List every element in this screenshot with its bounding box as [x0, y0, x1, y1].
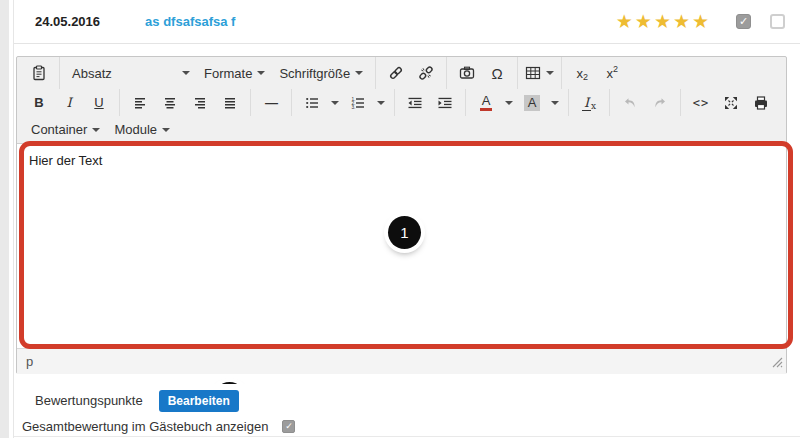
module-dropdown-label: Module	[114, 122, 157, 137]
group-undo-redo	[610, 89, 681, 116]
entry-title-link[interactable]: as dfsafsafsa f	[145, 14, 235, 29]
group-script: x2 x2	[562, 57, 632, 89]
align-left-icon	[132, 95, 148, 111]
paragraph-dropdown-label: Absatz	[72, 66, 112, 81]
chevron-down-icon	[551, 101, 559, 105]
resize-handle[interactable]	[772, 356, 783, 371]
print-icon	[753, 95, 769, 111]
align-left-button[interactable]	[125, 91, 155, 115]
paste-button[interactable]	[24, 61, 54, 85]
formats-dropdown[interactable]: Formate	[197, 61, 272, 85]
guestbook-display-row: Gesamtbewertung im Gästebuch anzeigen ✓	[14, 417, 800, 437]
fullscreen-button[interactable]	[716, 91, 746, 115]
entry-header-row: 24.05.2016 as dfsafsafsa f ★★★★★ ✓	[14, 0, 800, 44]
fontsize-dropdown[interactable]: Schriftgröße	[272, 61, 370, 85]
text-color-caret[interactable]	[501, 91, 517, 115]
table-button[interactable]	[523, 61, 556, 85]
rating-points-label: Bewertungspunkte	[35, 393, 143, 408]
superscript-button[interactable]: x2	[597, 61, 627, 85]
bold-button[interactable]: B	[24, 91, 54, 115]
numbered-list-caret[interactable]	[373, 91, 389, 115]
underline-button[interactable]: U	[84, 91, 114, 115]
toolbar-row-1: Absatz Formate Schriftgröße	[17, 57, 786, 89]
edit-rating-button[interactable]: Bearbeiten	[159, 390, 239, 412]
group-links	[376, 57, 447, 89]
module-dropdown[interactable]: Module	[107, 118, 177, 142]
entry-date: 24.05.2016	[35, 14, 100, 29]
numbered-list-button[interactable]: 1.2.3.	[343, 91, 373, 115]
guestbook-display-label: Gesamtbewertung im Gästebuch anzeigen	[22, 419, 268, 434]
indent-icon	[437, 95, 453, 111]
table-icon	[525, 65, 541, 81]
horizontal-rule-button[interactable]: —	[256, 91, 286, 115]
undo-icon	[622, 95, 638, 111]
undo-button[interactable]	[615, 91, 645, 115]
italic-button[interactable]: I	[54, 91, 84, 115]
bullet-list-button[interactable]	[297, 91, 327, 115]
chevron-down-icon	[182, 71, 190, 75]
align-right-icon	[192, 95, 208, 111]
align-right-button[interactable]	[185, 91, 215, 115]
group-align	[120, 89, 251, 116]
panel-divider	[13, 0, 14, 438]
camera-icon	[459, 65, 475, 81]
background-color-icon: A	[524, 95, 541, 111]
remove-link-button[interactable]	[411, 61, 441, 85]
subscript-button[interactable]: x2	[567, 61, 597, 85]
group-basic-format: B I U	[19, 89, 120, 116]
paragraph-dropdown[interactable]: Absatz	[65, 61, 197, 85]
insert-link-button[interactable]	[381, 61, 411, 85]
bullet-list-caret[interactable]	[327, 91, 343, 115]
omega-icon: Ω	[492, 65, 503, 82]
editor-content-text: Hier der Text	[29, 153, 102, 168]
chevron-down-icon	[377, 101, 385, 105]
toolbar-row-3: Container Module	[17, 116, 786, 143]
editor-status-bar: p	[17, 348, 786, 374]
group-paste	[19, 57, 60, 89]
chevron-down-icon	[162, 128, 170, 132]
clear-formatting-button[interactable]: Ix	[574, 91, 604, 115]
align-center-icon	[162, 95, 178, 111]
group-custom-dropdowns: Container Module	[19, 116, 182, 143]
numbered-list-icon: 1.2.3.	[350, 95, 366, 111]
chevron-down-icon	[355, 71, 363, 75]
group-colors: A A	[466, 89, 569, 116]
fullscreen-icon	[723, 95, 739, 111]
step-badge-1: 1	[388, 216, 421, 249]
secondary-checkbox[interactable]	[770, 14, 785, 29]
group-view: <>	[681, 89, 781, 116]
print-button[interactable]	[746, 91, 776, 115]
redo-button[interactable]	[645, 91, 675, 115]
subscript-icon-small: 2	[583, 72, 588, 82]
element-path: p	[26, 354, 33, 369]
formats-dropdown-label: Formate	[204, 66, 252, 81]
align-center-button[interactable]	[155, 91, 185, 115]
group-lists: 1.2.3.	[292, 89, 395, 116]
container-dropdown[interactable]: Container	[24, 118, 107, 142]
superscript-icon-small: 2	[613, 64, 618, 74]
visible-checkbox[interactable]: ✓	[736, 14, 751, 29]
group-clearformat: Ix	[569, 89, 610, 116]
insert-image-button[interactable]	[452, 61, 482, 85]
outdent-button[interactable]	[400, 91, 430, 115]
toolbar-row-2: B I U — 1.2.3. A A	[17, 89, 786, 116]
chevron-down-icon	[546, 71, 554, 75]
svg-text:3.: 3.	[351, 104, 355, 109]
text-color-icon: A	[480, 94, 493, 111]
clear-formatting-icon: I	[582, 95, 591, 111]
source-code-button[interactable]: <>	[686, 91, 716, 115]
group-format-dropdowns: Absatz Formate Schriftgröße	[60, 57, 376, 89]
star-rating[interactable]: ★★★★★	[616, 10, 711, 33]
special-char-button[interactable]: Ω	[482, 61, 512, 85]
background-color-caret[interactable]	[547, 91, 563, 115]
left-gutter	[0, 0, 9, 438]
indent-button[interactable]	[430, 91, 460, 115]
chevron-down-icon	[505, 101, 513, 105]
rich-text-editor: Absatz Formate Schriftgröße	[16, 56, 787, 374]
background-color-button[interactable]: A	[517, 91, 547, 115]
text-color-button[interactable]: A	[471, 91, 501, 115]
unlink-icon	[418, 65, 434, 81]
guestbook-display-checkbox[interactable]: ✓	[282, 420, 295, 433]
align-justify-button[interactable]	[215, 91, 245, 115]
group-table	[518, 57, 562, 89]
